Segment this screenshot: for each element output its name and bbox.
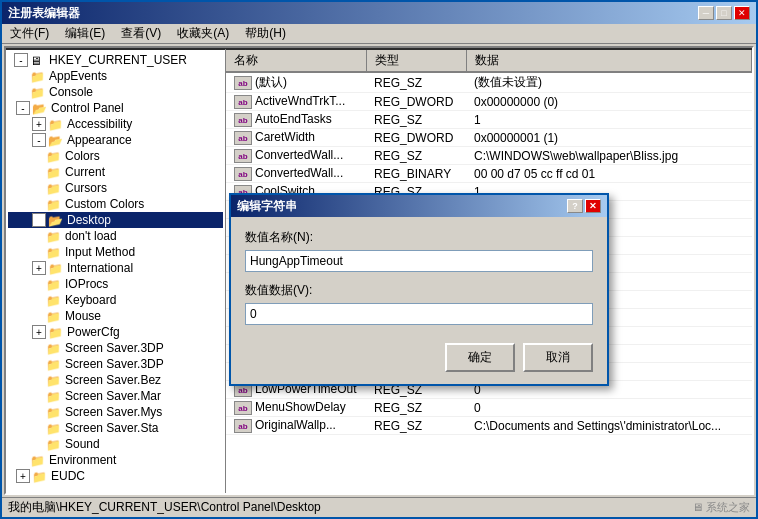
tree-label: Keyboard bbox=[65, 293, 116, 307]
tree-label: Screen Saver.Mys bbox=[65, 405, 162, 419]
folder-icon: 📁 bbox=[46, 182, 62, 194]
control-panel-toggle[interactable]: - bbox=[16, 101, 30, 115]
tree-item-ssbez[interactable]: 📁 Screen Saver.Bez bbox=[8, 372, 223, 388]
tree-item-keyboard[interactable]: 📁 Keyboard bbox=[8, 292, 223, 308]
reg-type-icon: ab bbox=[234, 419, 252, 433]
tree-item-appearance[interactable]: - 📂 Appearance bbox=[8, 132, 223, 148]
tree-item-appevents[interactable]: 📁 AppEvents bbox=[8, 68, 223, 84]
root-label: HKEY_CURRENT_USER bbox=[49, 53, 187, 67]
menu-edit[interactable]: 编辑(E) bbox=[61, 24, 109, 43]
tree-item-eudc[interactable]: + 📁 EUDC bbox=[8, 468, 223, 484]
reg-name-text: CaretWidth bbox=[255, 130, 315, 144]
dialog-title-buttons: ? ✕ bbox=[567, 199, 601, 213]
tree-item-ssmys[interactable]: 📁 Screen Saver.Mys bbox=[8, 404, 223, 420]
international-toggle[interactable]: + bbox=[32, 261, 46, 275]
menu-help[interactable]: 帮助(H) bbox=[241, 24, 290, 43]
menu-view[interactable]: 查看(V) bbox=[117, 24, 165, 43]
minimize-button[interactable]: ─ bbox=[698, 6, 714, 20]
dialog-data-label: 数值数据(V): bbox=[245, 282, 593, 299]
tree-item-dont-load[interactable]: 📁 don't load bbox=[8, 228, 223, 244]
desktop-toggle[interactable]: + bbox=[32, 213, 46, 227]
tree-root[interactable]: - 🖥 HKEY_CURRENT_USER bbox=[8, 52, 223, 68]
tree-item-colors[interactable]: 📁 Colors bbox=[8, 148, 223, 164]
tree-item-desktop[interactable]: + 📂 Desktop bbox=[8, 212, 223, 228]
dialog-data-input[interactable] bbox=[245, 303, 593, 325]
tree-item-cursors[interactable]: 📁 Cursors bbox=[8, 180, 223, 196]
tree-item-environment[interactable]: 📁 Environment bbox=[8, 452, 223, 468]
tree-item-ss3dp2[interactable]: 📁 Screen Saver.3DP bbox=[8, 356, 223, 372]
powercfg-toggle[interactable]: + bbox=[32, 325, 46, 339]
folder-icon: 📁 bbox=[30, 454, 46, 466]
title-bar-buttons: ─ □ ✕ bbox=[698, 6, 750, 20]
tree-item-current[interactable]: 📁 Current bbox=[8, 164, 223, 180]
menu-favorites[interactable]: 收藏夹(A) bbox=[173, 24, 233, 43]
reg-name-cell: abActiveWndTrkT... bbox=[226, 93, 366, 111]
reg-type-cell: REG_BINARY bbox=[366, 165, 466, 183]
tree-pane[interactable]: - 🖥 HKEY_CURRENT_USER 📁 AppEvents 📁 Cons… bbox=[6, 48, 226, 493]
tree-label: Custom Colors bbox=[65, 197, 144, 211]
table-row[interactable]: abMenuShowDelayREG_SZ0 bbox=[226, 399, 752, 417]
tree-label: Appearance bbox=[67, 133, 132, 147]
eudc-toggle[interactable]: + bbox=[16, 469, 30, 483]
tree-item-mouse[interactable]: 📁 Mouse bbox=[8, 308, 223, 324]
reg-data-cell: 1 bbox=[466, 111, 752, 129]
reg-type-icon: ab bbox=[234, 401, 252, 415]
tree-item-ssmar[interactable]: 📁 Screen Saver.Mar bbox=[8, 388, 223, 404]
reg-name-cell: abConvertedWall... bbox=[226, 165, 366, 183]
reg-name-cell: abOriginalWallp... bbox=[226, 417, 366, 435]
col-name[interactable]: 名称 bbox=[226, 50, 366, 72]
folder-icon: 📁 bbox=[46, 278, 62, 290]
status-text: 我的电脑\HKEY_CURRENT_USER\Control Panel\Des… bbox=[8, 499, 321, 516]
table-row[interactable]: ab(默认)REG_SZ(数值未设置) bbox=[226, 72, 752, 93]
folder-icon: 📁 bbox=[46, 358, 62, 370]
folder-icon: 📁 bbox=[46, 374, 62, 386]
dialog-help-button[interactable]: ? bbox=[567, 199, 583, 213]
dialog-name-input[interactable] bbox=[245, 250, 593, 272]
tree-item-international[interactable]: + 📁 International bbox=[8, 260, 223, 276]
col-type[interactable]: 类型 bbox=[366, 50, 466, 72]
menu-file[interactable]: 文件(F) bbox=[6, 24, 53, 43]
accessibility-toggle[interactable]: + bbox=[32, 117, 46, 131]
tree-item-sssta[interactable]: 📁 Screen Saver.Sta bbox=[8, 420, 223, 436]
reg-data-cell: C:\WINDOWS\web\wallpaper\Bliss.jpg bbox=[466, 147, 752, 165]
folder-icon: 📁 bbox=[46, 294, 62, 306]
tree-label: International bbox=[67, 261, 133, 275]
tree-item-ioprocs[interactable]: 📁 IOProcs bbox=[8, 276, 223, 292]
reg-type-icon: ab bbox=[234, 95, 252, 109]
dialog-close-button[interactable]: ✕ bbox=[585, 199, 601, 213]
reg-name-text: OriginalWallp... bbox=[255, 418, 336, 432]
tree-item-accessibility[interactable]: + 📁 Accessibility bbox=[8, 116, 223, 132]
tree-item-ss3dp[interactable]: 📁 Screen Saver.3DP bbox=[8, 340, 223, 356]
dialog-ok-button[interactable]: 确定 bbox=[445, 343, 515, 372]
tree-item-sound[interactable]: 📁 Sound bbox=[8, 436, 223, 452]
table-row[interactable]: abConvertedWall...REG_SZC:\WINDOWS\web\w… bbox=[226, 147, 752, 165]
reg-name-text: AutoEndTasks bbox=[255, 112, 332, 126]
maximize-button[interactable]: □ bbox=[716, 6, 732, 20]
col-data[interactable]: 数据 bbox=[466, 50, 752, 72]
tree-item-powercfg[interactable]: + 📁 PowerCfg bbox=[8, 324, 223, 340]
root-toggle[interactable]: - bbox=[14, 53, 28, 67]
table-row[interactable]: abOriginalWallp...REG_SZC:\Documents and… bbox=[226, 417, 752, 435]
dialog-cancel-button[interactable]: 取消 bbox=[523, 343, 593, 372]
tree-label: Cursors bbox=[65, 181, 107, 195]
root-folder-icon: 🖥 bbox=[30, 54, 46, 66]
tree-label: Screen Saver.Sta bbox=[65, 421, 158, 435]
appearance-toggle[interactable]: - bbox=[32, 133, 46, 147]
title-bar: 注册表编辑器 ─ □ ✕ bbox=[2, 2, 756, 24]
folder-icon: 📁 bbox=[46, 406, 62, 418]
table-row[interactable]: abAutoEndTasksREG_SZ1 bbox=[226, 111, 752, 129]
tree-item-control-panel[interactable]: - 📂 Control Panel bbox=[8, 100, 223, 116]
table-row[interactable]: abActiveWndTrkT...REG_DWORD0x00000000 (0… bbox=[226, 93, 752, 111]
close-button[interactable]: ✕ bbox=[734, 6, 750, 20]
table-row[interactable]: abConvertedWall...REG_BINARY00 00 d7 05 … bbox=[226, 165, 752, 183]
tree-item-console[interactable]: 📁 Console bbox=[8, 84, 223, 100]
tree-item-custom-colors[interactable]: 📁 Custom Colors bbox=[8, 196, 223, 212]
tree-item-input-method[interactable]: 📁 Input Method bbox=[8, 244, 223, 260]
folder-icon: 📂 bbox=[48, 214, 64, 226]
reg-type-cell: REG_SZ bbox=[366, 111, 466, 129]
menu-bar: 文件(F) 编辑(E) 查看(V) 收藏夹(A) 帮助(H) bbox=[2, 24, 756, 44]
tree-label: IOProcs bbox=[65, 277, 108, 291]
tree-label: Console bbox=[49, 85, 93, 99]
table-row[interactable]: abCaretWidthREG_DWORD0x00000001 (1) bbox=[226, 129, 752, 147]
reg-data-cell: 0x00000000 (0) bbox=[466, 93, 752, 111]
